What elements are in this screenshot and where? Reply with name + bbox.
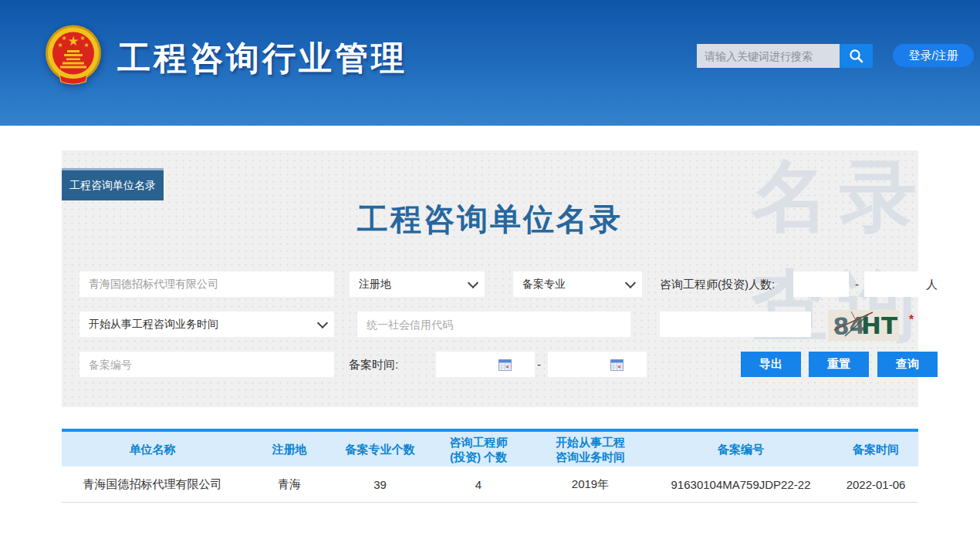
svg-text:★: ★: [83, 42, 89, 49]
chevron-down-icon: [317, 317, 328, 328]
cell-specialty-count: 39: [336, 466, 424, 503]
col-header-specialty-count: 备案专业个数: [336, 430, 424, 466]
col-header-region: 注册地: [243, 430, 336, 466]
page: ★ ★ ★ ★ ★ 工程咨询行业管理 登录/注册 名录 查: [0, 0, 980, 559]
col-header-start-time: 开始从事工程咨询业务时间: [532, 430, 648, 466]
required-asterisk: *: [909, 313, 914, 327]
calendar-icon: [498, 359, 512, 371]
page-title: 工程咨询单位名录: [62, 198, 918, 241]
reset-button[interactable]: 重置: [809, 352, 869, 377]
cell-start-time: 2019年: [532, 466, 648, 503]
search-input[interactable]: [697, 44, 840, 68]
record-time-start-input[interactable]: [436, 352, 535, 377]
col-header-record-no: 备案编号: [648, 430, 833, 466]
start-time-select[interactable]: 开始从事工程咨询业务时间: [79, 311, 334, 337]
col-header-record-time: 备案时间: [833, 430, 918, 466]
region-select[interactable]: 注册地: [350, 271, 485, 297]
engineer-count-max-input[interactable]: [864, 271, 921, 297]
query-panel: 名录 查询 工程咨询单位名录 工程咨询单位名录 注册地 备案专业 咨询工程师(投…: [62, 150, 918, 407]
chevron-down-icon: [625, 277, 636, 288]
results-table: 单位名称 注册地 备案专业个数 咨询工程师(投资) 个数 开始从事工程咨询业务时…: [62, 429, 918, 503]
company-name-input[interactable]: [79, 271, 334, 297]
svg-text:★: ★: [79, 35, 85, 42]
table-row: 青海国德招标代理有限公司 青海 39 4 2019年 91630104MA759…: [62, 466, 918, 503]
svg-text:★: ★: [61, 35, 66, 42]
captcha-image[interactable]: 84 HT: [828, 310, 899, 341]
record-time-label: 备案时间:: [349, 352, 398, 377]
specialty-select-value: 备案专业: [522, 278, 566, 291]
chevron-down-icon: [468, 277, 478, 288]
site-title: 工程咨询行业管理: [117, 36, 407, 81]
record-number-input[interactable]: [79, 352, 334, 377]
export-button[interactable]: 导出: [741, 352, 801, 377]
specialty-select[interactable]: 备案专业: [513, 271, 642, 297]
captcha-input[interactable]: [660, 311, 811, 337]
calendar-icon: [610, 359, 623, 371]
col-header-unit-name: 单位名称: [62, 430, 243, 466]
search-icon: [848, 48, 864, 64]
col-header-engineer-count: 咨询工程师(投资) 个数: [424, 430, 532, 466]
person-unit-label: 人: [926, 271, 938, 297]
national-emblem-logo: ★ ★ ★ ★ ★: [44, 25, 103, 85]
cell-region: 青海: [243, 466, 336, 503]
cell-record-no: 91630104MA759JDP22-22: [648, 466, 833, 503]
query-button[interactable]: 查询: [877, 352, 938, 377]
svg-text:★: ★: [67, 33, 79, 49]
record-time-end-input[interactable]: [548, 352, 647, 377]
cell-record-time: 2022-01-06: [833, 466, 918, 503]
region-select-value: 注册地: [359, 278, 391, 291]
site-header: ★ ★ ★ ★ ★ 工程咨询行业管理 登录/注册: [0, 0, 980, 126]
tab-unit-directory[interactable]: 工程咨询单位名录: [62, 168, 164, 200]
range-separator: -: [855, 271, 859, 297]
cell-engineer-count: 4: [424, 466, 532, 503]
engineer-count-label: 咨询工程师(投资)人数:: [660, 271, 775, 297]
login-register-button[interactable]: 登录/注册: [893, 44, 974, 67]
engineer-count-min-input[interactable]: [793, 271, 849, 297]
credit-code-input[interactable]: [357, 311, 630, 337]
cell-unit-name: 青海国德招标代理有限公司: [62, 466, 243, 503]
start-time-select-value: 开始从事工程咨询业务时间: [89, 318, 218, 332]
search-button[interactable]: [840, 44, 873, 68]
range-separator: -: [537, 352, 541, 377]
svg-text:★: ★: [57, 42, 63, 49]
table-header-row: 单位名称 注册地 备案专业个数 咨询工程师(投资) 个数 开始从事工程咨询业务时…: [62, 430, 918, 466]
